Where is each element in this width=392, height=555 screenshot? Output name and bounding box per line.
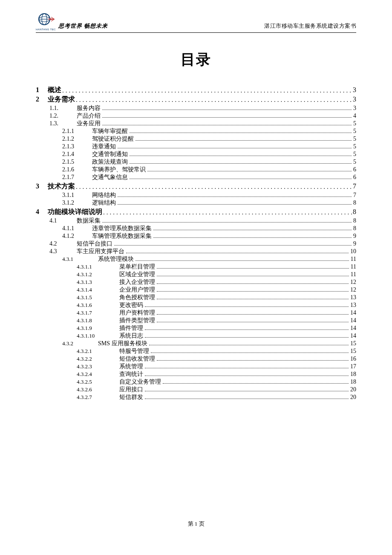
toc-leader-dots bbox=[135, 260, 349, 261]
toc-entry-number: 2.1.6 bbox=[62, 167, 92, 173]
toc-entry[interactable]: 4.3.2.6应用接口20 bbox=[77, 387, 356, 393]
toc-entry-number: 4.3 bbox=[49, 249, 77, 254]
toc-entry-number: 4.2 bbox=[49, 241, 77, 247]
toc-entry[interactable]: 4.3.1.10系统日志14 bbox=[77, 333, 356, 339]
toc-entry[interactable]: 1概述3 bbox=[36, 87, 356, 93]
toc-page-number: 8 bbox=[353, 225, 356, 231]
toc-entry[interactable]: 2.1.3违章通知5 bbox=[62, 144, 356, 150]
toc-leader-dots bbox=[153, 230, 352, 230]
header-left: HANTANG TEC 思考世界 畅想未来 bbox=[36, 13, 108, 31]
toc-leader-dots bbox=[157, 299, 349, 299]
toc-entry[interactable]: 4.3.2.5自定义业务管理18 bbox=[77, 379, 356, 385]
header-slogan: 思考世界 畅想未来 bbox=[58, 22, 108, 30]
toc-page-number: 11 bbox=[351, 256, 356, 262]
toc-entry[interactable]: 4.3.2.7短信群发20 bbox=[77, 394, 356, 400]
toc-entry-label: 短信平台接口 bbox=[77, 241, 112, 247]
toc-entry-label: 政策法规查询 bbox=[92, 159, 128, 165]
toc-entry-number: 4.3.2.4 bbox=[77, 371, 119, 377]
toc-entry[interactable]: 4.2短信平台接口9 bbox=[49, 241, 356, 247]
toc-entry[interactable]: 4.3.1.3接入企业管理12 bbox=[77, 279, 356, 285]
toc-entry-number: 4.3.1.8 bbox=[77, 318, 119, 323]
toc-entry[interactable]: 1.3.业务应用5 bbox=[49, 121, 356, 127]
toc-entry-number: 4.3.1.9 bbox=[77, 325, 119, 331]
page: HANTANG TEC 思考世界 畅想未来 湛江市移动车主服务系统建设方案书 目… bbox=[0, 0, 392, 555]
toc-page-number: 4 bbox=[353, 113, 356, 119]
toc-page-number: 8 bbox=[353, 208, 356, 215]
toc-page-number: 20 bbox=[350, 394, 356, 400]
toc-entry[interactable]: 2.1.4交通管制通知5 bbox=[62, 151, 356, 157]
toc-leader-dots bbox=[145, 399, 349, 399]
toc-entry[interactable]: 3.1.1网络结构7 bbox=[62, 192, 356, 198]
toc-entry[interactable]: 4.1.2车辆管理系统数据采集9 bbox=[62, 233, 356, 239]
toc-page-number: 5 bbox=[353, 128, 356, 134]
toc-leader-dots bbox=[102, 117, 352, 118]
toc-leader-dots bbox=[76, 97, 352, 103]
toc-leader-dots bbox=[135, 140, 352, 141]
toc-entry-number: 4.3.1.10 bbox=[77, 333, 119, 338]
toc-entry[interactable]: 4功能模块详细说明8 bbox=[36, 208, 356, 215]
toc-entry-number: 4.3.2.2 bbox=[77, 356, 119, 361]
toc-entry[interactable]: 4.3.1.9插件管理14 bbox=[77, 325, 356, 331]
toc-leader-dots bbox=[145, 391, 349, 391]
toc-entry[interactable]: 4.3.2.4查询统计18 bbox=[77, 371, 356, 377]
toc-page-number: 6 bbox=[353, 167, 356, 173]
toc-leader-dots bbox=[145, 337, 349, 338]
toc-page-number: 17 bbox=[350, 364, 356, 370]
toc-entry[interactable]: 2业务需求3 bbox=[36, 96, 356, 103]
toc-entry[interactable]: 4.3.1.6更改密码13 bbox=[77, 302, 356, 308]
toc-entry-number: 2.1.5 bbox=[62, 159, 92, 165]
toc-entry[interactable]: 2.1.5政策法规查询5 bbox=[62, 159, 356, 165]
toc-entry[interactable]: 1.2.产品介绍4 bbox=[49, 113, 356, 119]
toc-entry-number: 4.3.1.4 bbox=[77, 287, 119, 292]
toc-entry[interactable]: 2.1.1车辆年审提醒5 bbox=[62, 128, 356, 134]
toc-entry[interactable]: 3.1.2逻辑结构8 bbox=[62, 200, 356, 206]
toc-entry[interactable]: 4.3车主应用支撑平台10 bbox=[49, 249, 356, 254]
toc-entry[interactable]: 4.3.2SMS 应用服务模块15 bbox=[62, 341, 356, 347]
toc-entry[interactable]: 2.1.6车辆养护、驾驶常识6 bbox=[62, 167, 356, 173]
toc-page-number: 11 bbox=[351, 264, 356, 270]
toc-entry[interactable]: 4.3.1.1菜单栏目管理11 bbox=[77, 264, 356, 270]
toc-entry-label: 车辆养护、驾驶常识 bbox=[92, 167, 146, 173]
toc-entry-label: 交通管制通知 bbox=[92, 151, 128, 157]
toc-leader-dots bbox=[145, 376, 349, 376]
toc-leader-dots bbox=[153, 237, 352, 238]
toc-entry[interactable]: 3技术方案7 bbox=[36, 183, 356, 190]
toc-entry-label: 服务内容 bbox=[77, 105, 101, 111]
toc-entry[interactable]: 4.3.1.4企业用户管理12 bbox=[77, 287, 356, 293]
toc-entry[interactable]: 4.3.2.2短信收发管理16 bbox=[77, 356, 356, 362]
toc-leader-dots bbox=[145, 368, 349, 368]
toc-entry-label: 车主应用支撑平台 bbox=[77, 249, 124, 254]
toc-entry[interactable]: 4.1数据采集8 bbox=[49, 218, 356, 224]
toc-entry-label: 业务应用 bbox=[77, 121, 101, 127]
toc-entry[interactable]: 4.3.1.2区域企业管理11 bbox=[77, 272, 356, 278]
toc-entry[interactable]: 2.1.2驾驶证积分提醒5 bbox=[62, 136, 356, 142]
toc-leader-dots bbox=[163, 383, 349, 384]
toc-page-number: 5 bbox=[353, 136, 356, 142]
toc-entry-label: 违章通知 bbox=[92, 144, 116, 150]
toc-entry-number: 4.3.2.3 bbox=[77, 364, 119, 369]
toc-entry[interactable]: 4.3.1.8插件类型管理14 bbox=[77, 318, 356, 324]
toc-page-number: 3 bbox=[353, 96, 356, 103]
toc-page-number: 13 bbox=[350, 295, 356, 301]
toc-entry-number: 4.3.2 bbox=[62, 341, 98, 346]
toc-entry[interactable]: 4.3.1.5角色授权管理13 bbox=[77, 295, 356, 301]
toc-entry[interactable]: 1.1.服务内容3 bbox=[49, 105, 356, 111]
toc-entry[interactable]: 4.3.2.3系统管理17 bbox=[77, 364, 356, 370]
toc-leader-dots bbox=[114, 245, 352, 246]
toc-entry[interactable]: 4.1.1违章管理系统数据采集8 bbox=[62, 225, 356, 231]
toc-leader-dots bbox=[157, 360, 349, 361]
toc-entry[interactable]: 4.3.1.7用户资料管理14 bbox=[77, 310, 356, 316]
toc-leader-dots bbox=[130, 163, 352, 164]
toc-entry[interactable]: 2.1.7交通气象信息6 bbox=[62, 174, 356, 180]
toc-entry[interactable]: 4.3.1系统管理模块11 bbox=[62, 256, 356, 262]
toc-entry-label: 交通气象信息 bbox=[92, 174, 128, 180]
toc-entry-label: 插件管理 bbox=[119, 325, 143, 331]
toc-entry-number: 1.1. bbox=[49, 105, 77, 111]
toc-entry-label: 技术方案 bbox=[48, 183, 75, 190]
toc-leader-dots bbox=[130, 156, 352, 156]
toc-page-number: 16 bbox=[350, 356, 356, 362]
toc-entry-number: 3.1.1 bbox=[62, 192, 92, 198]
toc-page-number: 12 bbox=[350, 287, 356, 293]
toc-entry[interactable]: 4.3.2.1特服号管理15 bbox=[77, 348, 356, 354]
toc-entry-label: 用户资料管理 bbox=[119, 310, 155, 316]
